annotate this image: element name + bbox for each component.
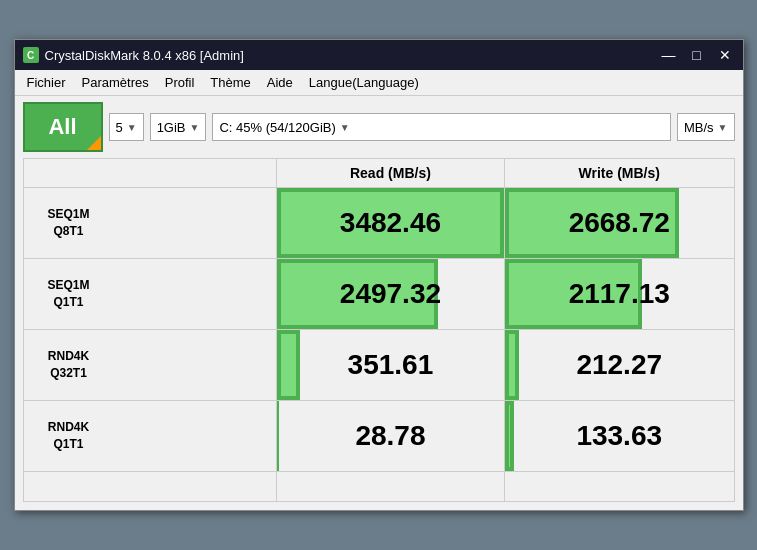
- menu-parametres[interactable]: Paramètres: [74, 72, 157, 93]
- read-cell: 351.61: [277, 330, 504, 400]
- title-controls: — □ ✕: [659, 45, 735, 65]
- menu-aide[interactable]: Aide: [259, 72, 301, 93]
- menu-langue[interactable]: Langue(Language): [301, 72, 427, 93]
- write-value: 2668.72: [505, 188, 734, 258]
- write-value: 2117.13: [505, 259, 734, 329]
- size-dropdown-arrow: ▼: [190, 122, 200, 133]
- menu-bar: Fichier Paramètres Profil Thème Aide Lan…: [15, 70, 743, 96]
- col-header-read: Read (MB/s): [276, 159, 504, 188]
- table-row: SEQ1MQ8T1 3482.46 2668.72: [23, 188, 734, 259]
- write-cell: 212.27: [505, 330, 734, 400]
- row-label: RND4KQ32T1: [24, 340, 114, 390]
- read-value: 2497.32: [277, 259, 504, 329]
- results-table: Read (MB/s) Write (MB/s) SEQ1MQ8T1 3482.…: [23, 158, 735, 502]
- empty-row: [23, 472, 734, 502]
- read-value: 351.61: [277, 330, 504, 400]
- title-bar-left: C CrystalDiskMark 8.0.4 x86 [Admin]: [23, 47, 244, 63]
- write-cell: 2668.72: [505, 188, 734, 258]
- col-header-write: Write (MB/s): [504, 159, 734, 188]
- menu-theme[interactable]: Thème: [202, 72, 258, 93]
- row-label: SEQ1MQ1T1: [24, 269, 114, 319]
- menu-fichier[interactable]: Fichier: [19, 72, 74, 93]
- main-content: Read (MB/s) Write (MB/s) SEQ1MQ8T1 3482.…: [15, 158, 743, 510]
- size-dropdown[interactable]: 1GiB ▼: [150, 113, 207, 141]
- unit-dropdown-arrow: ▼: [718, 122, 728, 133]
- read-cell: 2497.32: [277, 259, 504, 329]
- table-row: RND4KQ32T1 351.61 212.27: [23, 330, 734, 401]
- write-cell: 2117.13: [505, 259, 734, 329]
- unit-dropdown[interactable]: MB/s ▼: [677, 113, 735, 141]
- read-value: 3482.46: [277, 188, 504, 258]
- row-label: RND4KQ1T1: [24, 411, 114, 461]
- app-window: C CrystalDiskMark 8.0.4 x86 [Admin] — □ …: [14, 39, 744, 511]
- col-header-label: [23, 159, 276, 188]
- runs-dropdown-arrow: ▼: [127, 122, 137, 133]
- runs-dropdown[interactable]: 5 ▼: [109, 113, 144, 141]
- all-button[interactable]: All: [23, 102, 103, 152]
- table-row: RND4KQ1T1 28.78 133.63: [23, 401, 734, 472]
- row-label: SEQ1MQ8T1: [24, 198, 114, 248]
- write-cell: 133.63: [505, 401, 734, 471]
- toolbar: All 5 ▼ 1GiB ▼ C: 45% (54/120GiB) ▼ MB/s…: [15, 96, 743, 158]
- write-value: 212.27: [505, 330, 734, 400]
- drive-dropdown-arrow: ▼: [340, 122, 350, 133]
- drive-dropdown[interactable]: C: 45% (54/120GiB) ▼: [212, 113, 671, 141]
- title-bar: C CrystalDiskMark 8.0.4 x86 [Admin] — □ …: [15, 40, 743, 70]
- read-value: 28.78: [277, 401, 504, 471]
- maximize-button[interactable]: □: [687, 45, 707, 65]
- window-title: CrystalDiskMark 8.0.4 x86 [Admin]: [45, 48, 244, 63]
- read-cell: 3482.46: [277, 188, 504, 258]
- write-value: 133.63: [505, 401, 734, 471]
- read-cell: 28.78: [277, 401, 504, 471]
- close-button[interactable]: ✕: [715, 45, 735, 65]
- menu-profil[interactable]: Profil: [157, 72, 203, 93]
- app-icon: C: [23, 47, 39, 63]
- table-row: SEQ1MQ1T1 2497.32 2117.13: [23, 259, 734, 330]
- minimize-button[interactable]: —: [659, 45, 679, 65]
